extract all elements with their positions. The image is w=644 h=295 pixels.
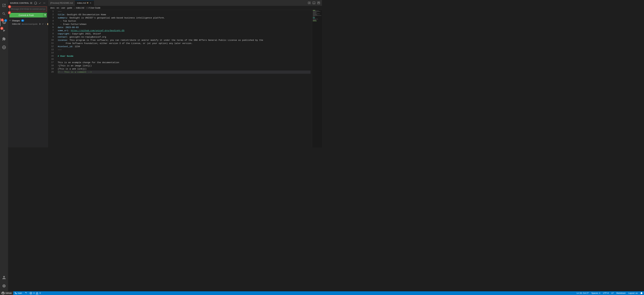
code-line-10b: Free Software Foundation; either version… (58, 42, 310, 45)
svg-rect-13 (318, 2, 318, 3)
breadcrumb-user-guide[interactable]: # User Guide (88, 7, 100, 9)
activity-item-run[interactable]: 2 (0, 27, 8, 35)
code-lines: --- title: GeoSight-OS Documentation Hom… (56, 10, 312, 147)
sidebar-title-actions (29, 1, 46, 5)
breadcrumb-guide[interactable]: guide (67, 7, 72, 9)
code-line-19: <!-- This is a comment --> (58, 71, 310, 74)
file-item-index[interactable]: index.md docs/src/user/guide ↺ + M (8, 22, 48, 26)
commit-push-button[interactable]: Commit & Push (10, 13, 43, 18)
code-line-20 (58, 74, 310, 77)
breadcrumb-index[interactable]: index.md (76, 7, 84, 9)
sidebar-title-bar: Source Control (8, 0, 48, 6)
svg-point-6 (44, 3, 44, 3)
split-editor-btn[interactable] (307, 1, 311, 5)
code-line-10: license: This program is free software; … (58, 39, 310, 42)
sidebar-checkmark-btn[interactable] (38, 1, 42, 5)
svg-rect-11 (313, 2, 315, 4)
code-line-6: date: 2023-08-03 (58, 26, 310, 29)
changes-section: Changes 1 index.md docs/src/user/guide ↺… (8, 18, 48, 26)
toggle-panel-btn[interactable] (312, 1, 316, 5)
svg-point-8 (45, 3, 45, 3)
commit-message-input[interactable] (11, 8, 45, 10)
tab-preview-readme[interactable]: [Preview] README.md (48, 0, 75, 6)
code-line-5: - Irwan Fathurrahman (58, 23, 310, 26)
svg-rect-10 (310, 2, 310, 4)
svg-rect-4 (30, 3, 32, 3)
code-line-15 (58, 58, 310, 61)
code-line-3: summary: GeoSight is UNICEF's geospatial… (58, 16, 310, 20)
code-line-16: This is an example change for the docume… (58, 61, 310, 64)
line-numbers: 1 2 3 4 5 6 7 8 9 10 11 12 13 14 15 16 1… (48, 10, 56, 147)
code-line-1: --- (58, 10, 310, 13)
tab-modified-badge: M (87, 2, 88, 4)
minimap (312, 10, 322, 147)
activity-item-extensions[interactable] (0, 35, 8, 43)
code-line-4: - Tim Sutton (58, 20, 310, 23)
file-item-name: index.md (12, 23, 20, 25)
breadcrumb-user[interactable]: user (61, 7, 65, 9)
code-line-13 (58, 51, 310, 55)
commit-push-wrapper: 4 Commit & Push (10, 13, 47, 18)
file-item-path: docs/src/user/guide (22, 23, 38, 25)
tabs-right-actions (306, 1, 322, 5)
activity-item-explorer[interactable] (0, 1, 8, 10)
activity-bar: 1 1 2 (0, 0, 8, 147)
main-container: Source Control 3 4 (8, 0, 322, 147)
changes-label: Changes (12, 20, 20, 22)
code-line-14: # User Guide (58, 55, 310, 58)
code-line-2: title: GeoSight-OS Documentation Home (58, 13, 310, 16)
breadcrumb-docs[interactable]: docs (50, 7, 54, 9)
source-control-badge: 1 (4, 19, 7, 22)
file-open-btn[interactable] (38, 23, 41, 25)
svg-rect-5 (30, 4, 32, 4)
tab-close-btn[interactable]: ✕ (89, 2, 92, 4)
activity-item-remote[interactable] (0, 43, 8, 51)
svg-rect-9 (308, 2, 309, 4)
commit-message-area: 3 (10, 7, 47, 12)
annotation-1: 1 (1, 19, 4, 22)
tabs-bar: [Preview] README.md index.md M ✕ (48, 0, 322, 6)
svg-rect-3 (30, 2, 32, 3)
svg-rect-14 (319, 2, 320, 3)
code-line-18: [This is a web link]() (58, 67, 310, 71)
code-line-8: copyright: Copyright 2023, Unicef (58, 32, 310, 36)
changes-count: 1 (21, 20, 24, 22)
code-line-9: contact: geosight-no-reply@unicef.org (58, 36, 310, 39)
file-actions: ↺ + M (38, 23, 48, 25)
tab-index-md[interactable]: index.md M ✕ (75, 0, 94, 6)
editor-area: [Preview] README.md index.md M ✕ (48, 0, 322, 147)
sidebar: Source Control 3 4 (8, 0, 48, 147)
svg-rect-15 (318, 3, 320, 4)
annotation-2: 2 (0, 27, 3, 30)
activity-item-source-control[interactable]: 1 1 (0, 18, 8, 26)
annotation-3: 3 (8, 5, 11, 8)
tab-index-label: index.md (77, 2, 86, 4)
file-revert-btn[interactable]: ↺ (41, 23, 44, 25)
sidebar-list-view-btn[interactable] (29, 1, 33, 5)
sidebar-refresh-btn[interactable] (34, 1, 38, 5)
changes-header[interactable]: Changes 1 (8, 19, 48, 22)
svg-point-7 (44, 3, 44, 3)
activity-item-search[interactable] (0, 10, 8, 18)
sidebar-more-actions-btn[interactable] (42, 1, 46, 5)
breadcrumb: docs › src › user › guide › ⬥ index.md ›… (48, 6, 322, 10)
customize-layout-btn[interactable] (317, 1, 321, 5)
breadcrumb-src[interactable]: src (56, 7, 59, 9)
tab-preview-label: [Preview] README.md (50, 2, 73, 4)
file-stage-btn[interactable]: + (44, 23, 47, 25)
code-line-11: #context_id: 1234 (58, 45, 310, 48)
commit-push-dropdown-button[interactable] (43, 13, 47, 18)
code-line-7: some_url: https://github.com/unicef-drp/… (58, 29, 310, 32)
code-line-17: ![This is an image link]() (58, 64, 310, 67)
code-editor[interactable]: 1 2 3 4 5 6 7 8 9 10 11 12 13 14 15 16 1… (48, 10, 322, 147)
code-line-12: --- (58, 48, 310, 51)
sidebar-title: Source Control (10, 2, 29, 4)
